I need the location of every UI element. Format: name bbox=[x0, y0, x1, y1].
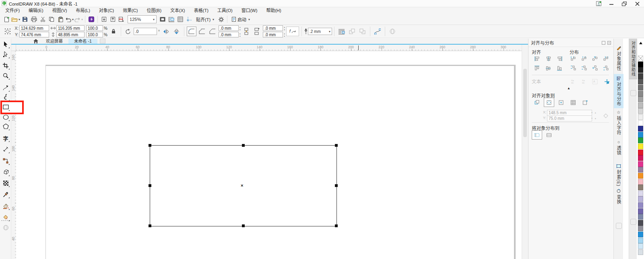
minimize-button[interactable] bbox=[608, 1, 615, 6]
docker-tab-envelope[interactable]: 封套(E) bbox=[614, 162, 623, 189]
toggle-guidelines-button[interactable] bbox=[185, 15, 193, 24]
align-center-h-button[interactable] bbox=[543, 54, 553, 63]
wrap-text-button[interactable] bbox=[337, 27, 347, 36]
palette-scroll-up-icon[interactable] bbox=[639, 42, 642, 44]
selection-handle[interactable] bbox=[335, 224, 338, 227]
spinner[interactable]: ▾▴ bbox=[239, 27, 241, 30]
tab-alignment-dynamic-guides[interactable]: 对齐和动态辅助线 bbox=[629, 39, 637, 79]
color-swatch[interactable] bbox=[638, 185, 643, 190]
corner-radius-bl-input[interactable]: .0 mm bbox=[219, 32, 239, 37]
dist-center-v-button[interactable] bbox=[579, 63, 589, 72]
ellipse-tool[interactable] bbox=[1, 112, 10, 122]
color-swatch[interactable] bbox=[638, 132, 643, 138]
align-to-page-edge-button[interactable] bbox=[544, 98, 554, 107]
color-swatch[interactable] bbox=[638, 214, 643, 220]
dist-top-button[interactable] bbox=[568, 63, 578, 72]
corner-radius-tr-input[interactable]: .0 mm bbox=[263, 25, 283, 31]
selected-rectangle[interactable] bbox=[150, 145, 337, 226]
dist-left-button[interactable] bbox=[568, 54, 578, 63]
menu-6[interactable]: 效果(C) bbox=[118, 7, 142, 14]
color-swatch[interactable] bbox=[638, 67, 643, 73]
menu-12[interactable]: 帮助(H) bbox=[262, 7, 285, 14]
color-swatch[interactable] bbox=[638, 73, 643, 79]
drawing-canvas[interactable]: × bbox=[16, 51, 522, 259]
color-swatch[interactable] bbox=[638, 238, 643, 243]
document-tab-1[interactable]: 欢迎屏幕 bbox=[40, 39, 68, 44]
convert-to-curves-button[interactable] bbox=[373, 27, 382, 36]
selection-handle[interactable] bbox=[335, 184, 338, 187]
toggle-rulers-button[interactable] bbox=[167, 15, 175, 24]
color-swatch[interactable] bbox=[638, 138, 643, 143]
color-swatch[interactable] bbox=[638, 202, 643, 208]
docker-tab-lens[interactable]: ○透镜 bbox=[614, 138, 623, 157]
save-button[interactable] bbox=[21, 15, 29, 24]
selection-handle[interactable] bbox=[149, 144, 151, 147]
chamfered-corner-button[interactable] bbox=[208, 27, 217, 36]
menu-4[interactable]: 布局(L) bbox=[71, 7, 94, 14]
selection-handle[interactable] bbox=[149, 184, 151, 187]
zoom-tool[interactable] bbox=[1, 71, 10, 80]
color-swatch[interactable] bbox=[638, 232, 643, 237]
color-swatch[interactable] bbox=[638, 103, 643, 108]
color-swatch[interactable] bbox=[638, 97, 643, 102]
align-to-active-objects-button[interactable] bbox=[532, 98, 542, 107]
pdf-button[interactable]: PDF bbox=[118, 15, 126, 24]
freehand-tool[interactable] bbox=[1, 83, 10, 92]
account-icon[interactable] bbox=[595, 1, 602, 6]
color-swatch[interactable] bbox=[638, 114, 643, 120]
relative-corner-scaling-button[interactable]: f bbox=[286, 27, 299, 36]
horizontal-ruler[interactable]: 0204060801001201401601802002202402602803… bbox=[16, 45, 522, 51]
color-swatch[interactable] bbox=[638, 85, 643, 90]
export-button[interactable] bbox=[109, 15, 117, 24]
color-swatch[interactable] bbox=[638, 79, 643, 84]
corner-radius-br-input[interactable]: .0 mm bbox=[263, 32, 283, 37]
specified-point-plus-button[interactable] bbox=[602, 77, 612, 86]
color-swatch[interactable] bbox=[638, 226, 643, 231]
crop-tool[interactable] bbox=[1, 61, 10, 70]
scale-v-input[interactable]: 100.0 bbox=[86, 32, 103, 37]
color-swatch[interactable] bbox=[638, 150, 643, 155]
search-content-button[interactable] bbox=[87, 15, 95, 24]
align-right-button[interactable] bbox=[554, 54, 565, 63]
selection-center-mark[interactable]: × bbox=[241, 183, 243, 187]
to-front-button[interactable] bbox=[347, 27, 357, 36]
snap-to-button[interactable]: 贴齐(T)▾ bbox=[194, 15, 217, 24]
open-folder-button[interactable]: ▾ bbox=[11, 15, 20, 24]
color-swatch[interactable] bbox=[638, 173, 643, 179]
color-swatch[interactable] bbox=[638, 249, 643, 255]
link-corners-button[interactable] bbox=[242, 27, 251, 36]
object-width-input[interactable]: 116.205 mm bbox=[56, 25, 85, 31]
color-swatch[interactable] bbox=[638, 208, 643, 214]
text-bounding-box-button[interactable]: A bbox=[590, 77, 600, 86]
undo-button[interactable]: ▾ bbox=[65, 15, 74, 24]
color-swatch[interactable] bbox=[638, 120, 643, 126]
object-x-input[interactable]: 124.629 mm bbox=[19, 25, 49, 31]
align-left-button[interactable] bbox=[532, 54, 542, 63]
color-swatch[interactable] bbox=[638, 191, 643, 196]
color-swatch[interactable] bbox=[638, 196, 643, 202]
polygon-tool[interactable] bbox=[1, 121, 10, 131]
color-swatch[interactable] bbox=[638, 108, 643, 114]
shape-tool[interactable] bbox=[1, 49, 10, 59]
eyedropper-tool[interactable] bbox=[1, 189, 10, 199]
color-swatch[interactable] bbox=[638, 220, 643, 226]
close-button[interactable] bbox=[634, 1, 641, 6]
document-tab-2[interactable]: 未命名 -1 bbox=[68, 39, 97, 44]
extrude-tool[interactable] bbox=[1, 167, 10, 177]
object-height-input[interactable]: 48.895 mm bbox=[56, 32, 85, 37]
spinner[interactable]: ▾▴ bbox=[239, 33, 241, 37]
outline-options-icon[interactable] bbox=[388, 27, 397, 36]
scale-h-input[interactable]: 100.0 bbox=[86, 25, 103, 31]
specify-point-icon[interactable] bbox=[602, 111, 610, 120]
color-swatch[interactable] bbox=[638, 126, 643, 132]
align-to-page-center-button[interactable] bbox=[556, 98, 566, 107]
to-back-button[interactable] bbox=[358, 27, 367, 36]
corner-radius-tl-input[interactable]: .0 mm bbox=[219, 25, 239, 31]
selection-handle[interactable] bbox=[149, 224, 151, 227]
scalloped-corner-button[interactable] bbox=[197, 27, 207, 36]
paste-button[interactable] bbox=[56, 15, 64, 24]
text-last-line-button[interactable]: Aabb bbox=[579, 77, 589, 86]
new-tab-button[interactable] bbox=[100, 39, 105, 43]
redo-button[interactable]: ▾ bbox=[74, 15, 83, 24]
fill-tool[interactable] bbox=[1, 201, 10, 211]
